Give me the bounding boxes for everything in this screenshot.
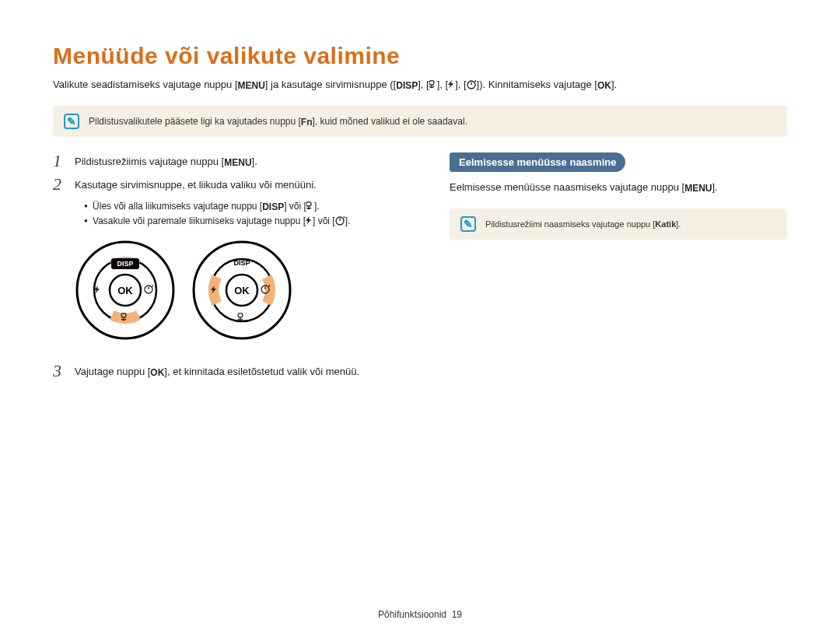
shutter-label: Katik [655, 219, 676, 229]
step-2-bullets: Üles või alla liikumiseks vajutage nuppu… [84, 199, 418, 229]
macro-icon [429, 80, 437, 89]
step-2: 2 Kasutage sirvimisnuppe, et liikuda val… [53, 176, 418, 193]
timer-icon [335, 216, 345, 226]
dial-vertical: DISP OK [75, 240, 176, 341]
section-header-return: Eelmisesse menüüsse naasmine [450, 152, 625, 172]
step-3: 3 Vajutage nuppu [OK], et kinnitada esil… [53, 363, 418, 380]
intro-text: Valikute seadistamiseks vajutage nuppu [… [53, 77, 787, 93]
ok-label-icon: OK [150, 367, 164, 378]
timer-icon [145, 285, 153, 293]
disp-label-icon: DISP [233, 259, 250, 267]
menu-label-icon: MENU [224, 157, 251, 168]
disp-label-icon: DISP [396, 80, 418, 91]
flash-icon [448, 80, 455, 89]
info-icon: ✎ [64, 114, 79, 129]
disp-label-icon: DISP [117, 260, 133, 268]
ok-label-icon: OK [117, 285, 133, 296]
page-title: Menüüde või valikute valimine [53, 43, 787, 69]
page-footer: Põhifunktsioonid 19 [0, 609, 840, 620]
flash-icon [306, 216, 313, 226]
disp-label-icon: DISP [262, 201, 284, 212]
navigation-dials: DISP OK [75, 240, 418, 341]
step-number: 3 [53, 363, 67, 380]
info-icon: ✎ [460, 216, 476, 232]
return-text: Eelmisesse menüüsse naasmiseks vajutage … [450, 180, 787, 196]
ok-label-icon: OK [597, 80, 611, 91]
dial-horizontal: DISP OK [191, 240, 292, 341]
macro-icon [238, 313, 243, 321]
macro-icon [306, 201, 314, 211]
menu-label-icon: MENU [684, 183, 712, 194]
note-box-shutter: ✎ Pildistusrežiimi naasmiseks vajutage n… [450, 208, 787, 240]
fn-label-icon: Fn [301, 117, 313, 128]
ok-label-icon: OK [234, 285, 250, 296]
timer-icon [467, 80, 477, 89]
step-1: 1 Pildistusrežiimis vajutage nuppu [MENU… [53, 152, 418, 170]
menu-label-icon: MENU [238, 80, 265, 91]
note-box-fn: ✎ Pildistusvalikutele pääsete ligi ka va… [53, 106, 787, 137]
step-number: 2 [53, 176, 67, 193]
step-number: 1 [53, 152, 67, 170]
